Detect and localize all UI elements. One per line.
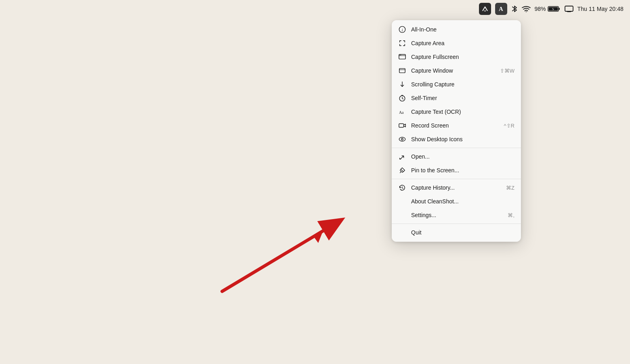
open-icon	[398, 153, 406, 161]
show-desktop-icons-label: Show Desktop Icons	[411, 136, 514, 142]
svg-text:i: i	[402, 28, 403, 32]
show-desktop-icons-icon	[398, 135, 406, 143]
all-in-one-icon: i	[398, 25, 406, 33]
capture-history-shortcut: ⌘Z	[506, 185, 514, 191]
menu-item-capture-text[interactable]: Aa Capture Text (OCR)	[392, 105, 521, 119]
bluetooth-icon[interactable]	[511, 5, 518, 13]
clock-display: Thu 11 May 20:48	[578, 6, 624, 12]
menu-item-quit[interactable]: Quit	[392, 226, 521, 239]
pin-to-screen-icon	[398, 166, 406, 174]
menu-item-pin-to-screen[interactable]: Pin to the Screen...	[392, 163, 521, 177]
svg-point-10	[401, 55, 401, 55]
cleanshot-menubar-icon[interactable]	[479, 3, 491, 15]
svg-text:Aa: Aa	[399, 110, 404, 115]
text-menubar-icon[interactable]: A	[495, 3, 507, 15]
battery-container: 98%	[535, 6, 561, 12]
menu-item-capture-window[interactable]: Capture Window ⇧⌘W	[392, 64, 521, 77]
menu-item-show-desktop-icons[interactable]: Show Desktop Icons	[392, 132, 521, 146]
menu-item-all-in-one[interactable]: i All-In-One	[392, 23, 521, 36]
settings-shortcut: ⌘,	[508, 212, 514, 218]
scrolling-capture-label: Scrolling Capture	[411, 81, 514, 88]
menu-item-capture-history[interactable]: Capture History... ⌘Z	[392, 181, 521, 195]
divider-3	[392, 224, 521, 224]
svg-rect-5	[565, 6, 573, 11]
dropdown-menu: i All-In-One Capture Area Capture Fu	[392, 20, 521, 242]
battery-percent: 98%	[535, 6, 546, 12]
self-timer-icon	[398, 94, 406, 102]
menu-item-open[interactable]: Open...	[392, 150, 521, 163]
menu-item-settings[interactable]: Settings... ⌘,	[392, 208, 521, 222]
svg-point-15	[399, 137, 405, 141]
capture-history-label: Capture History...	[411, 184, 501, 191]
record-screen-label: Record Screen	[411, 122, 499, 129]
about-icon	[398, 197, 406, 205]
settings-icon	[398, 211, 406, 219]
svg-point-16	[401, 138, 403, 140]
settings-label: Settings...	[411, 212, 503, 218]
capture-text-icon: Aa	[398, 108, 406, 116]
divider-2	[392, 179, 521, 179]
menubar-right: A 98%	[479, 3, 624, 15]
menu-item-self-timer[interactable]: Self-Timer	[392, 91, 521, 105]
svg-rect-11	[399, 69, 405, 73]
scrolling-capture-icon	[398, 80, 406, 88]
record-screen-shortcut: ^⇧R	[504, 123, 515, 129]
menu-item-record-screen[interactable]: Record Screen ^⇧R	[392, 119, 521, 132]
quit-icon	[398, 228, 406, 236]
svg-point-0	[484, 10, 485, 12]
svg-rect-3	[559, 8, 560, 10]
wifi-icon[interactable]	[522, 6, 531, 12]
capture-window-shortcut: ⇧⌘W	[500, 68, 514, 74]
menubar: A 98%	[0, 0, 630, 18]
divider-1	[392, 148, 521, 148]
capture-fullscreen-icon	[398, 53, 406, 61]
svg-point-1	[525, 11, 526, 12]
capture-area-icon	[398, 39, 406, 47]
svg-point-9	[399, 55, 400, 55]
quit-label: Quit	[411, 229, 514, 236]
menu-item-capture-fullscreen[interactable]: Capture Fullscreen	[392, 50, 521, 64]
menu-item-scrolling-capture[interactable]: Scrolling Capture	[392, 77, 521, 91]
red-arrow-annotation	[210, 211, 351, 299]
menu-item-capture-area[interactable]: Capture Area	[392, 36, 521, 50]
pin-to-screen-label: Pin to the Screen...	[411, 167, 514, 174]
display-icon[interactable]	[565, 6, 573, 12]
self-timer-label: Self-Timer	[411, 95, 514, 101]
menu-item-about[interactable]: About CleanShot...	[392, 195, 521, 208]
capture-history-icon	[398, 184, 406, 192]
capture-text-label: Capture Text (OCR)	[411, 109, 514, 115]
capture-fullscreen-label: Capture Fullscreen	[411, 54, 514, 60]
svg-marker-18	[313, 231, 323, 243]
battery-icon	[548, 6, 561, 12]
capture-area-label: Capture Area	[411, 40, 514, 46]
record-screen-icon	[398, 121, 406, 130]
open-label: Open...	[411, 153, 514, 160]
capture-window-label: Capture Window	[411, 67, 495, 74]
capture-window-icon	[398, 67, 406, 75]
svg-rect-14	[399, 124, 404, 128]
about-label: About CleanShot...	[411, 198, 514, 205]
all-in-one-label: All-In-One	[411, 26, 514, 33]
